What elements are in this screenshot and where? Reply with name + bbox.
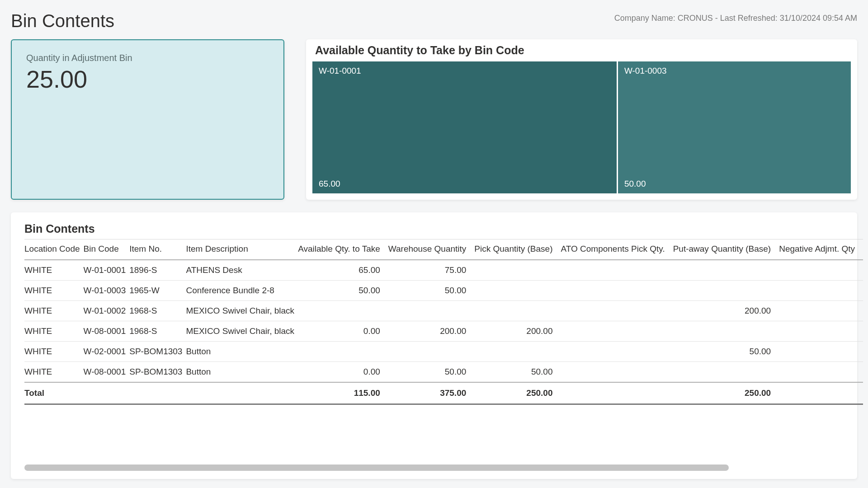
cell-bin: W-08-0001 [84, 321, 130, 342]
cell-item: 1968-S [129, 301, 186, 321]
cell-desc: Button [186, 362, 298, 383]
cell-pick: 50.00 [474, 362, 561, 383]
cell-item: 1965-W [129, 281, 186, 301]
cell-avail: 65.00 [298, 260, 388, 281]
cell-bin: W-01-0003 [84, 281, 130, 301]
table-row[interactable]: WHITEW-01-00021968-SMEXICO Swivel Chair,… [24, 301, 863, 321]
kpi-label: Quantity in Adjustment Bin [26, 53, 269, 63]
treemap-title: Available Quantity to Take by Bin Code [312, 44, 851, 57]
cell-pick [474, 342, 561, 362]
table-row[interactable]: WHITEW-02-0001SP-BOM1303Button50.00 [24, 342, 863, 362]
cell-ato [561, 321, 673, 342]
cell-loc: WHITE [24, 321, 84, 342]
horizontal-scrollbar[interactable] [24, 465, 844, 471]
cell-pick [474, 281, 561, 301]
col-header-pick[interactable]: Pick Quantity (Base) [474, 239, 561, 260]
cell-neg [779, 301, 863, 321]
cell-avail: 0.00 [298, 321, 388, 342]
cell-put [673, 281, 779, 301]
total-pick: 250.00 [474, 382, 561, 404]
table-row[interactable]: WHITEW-08-00011968-SMEXICO Swivel Chair,… [24, 321, 863, 342]
col-header-bin[interactable]: Bin Code [84, 239, 130, 260]
cell-avail [298, 342, 388, 362]
col-header-item-desc[interactable]: Item Description [186, 239, 298, 260]
col-header-avail[interactable]: Available Qty. to Take [298, 239, 388, 260]
cell-bin: W-08-0001 [84, 362, 130, 383]
cell-wh [388, 342, 475, 362]
total-ato [561, 382, 673, 404]
treemap-chart[interactable]: W-01-0001 65.00 W-01-0003 50.00 [312, 61, 851, 193]
cell-desc: MEXICO Swivel Chair, black [186, 321, 298, 342]
bin-contents-table: Location Code Bin Code Item No. Item Des… [24, 239, 863, 405]
cell-wh: 200.00 [388, 321, 475, 342]
col-header-item-no[interactable]: Item No. [129, 239, 186, 260]
kpi-adjustment-bin-card[interactable]: Quantity in Adjustment Bin 25.00 [11, 39, 284, 200]
cell-item: 1896-S [129, 260, 186, 281]
cell-avail [298, 301, 388, 321]
total-avail: 115.00 [298, 382, 388, 404]
cell-loc: WHITE [24, 342, 84, 362]
cell-put [673, 260, 779, 281]
cell-desc: Conference Bundle 2-8 [186, 281, 298, 301]
col-header-ato[interactable]: ATO Components Pick Qty. [561, 239, 673, 260]
table-row[interactable]: WHITEW-01-00031965-WConference Bundle 2-… [24, 281, 863, 301]
treemap-tile[interactable]: W-01-0001 65.00 [312, 61, 617, 193]
cell-item: SP-BOM1303 [129, 362, 186, 383]
cell-desc: ATHENS Desk [186, 260, 298, 281]
cell-ato [561, 342, 673, 362]
col-header-neg[interactable]: Negative Adjmt. Qty [779, 239, 863, 260]
bin-contents-table-card: Bin Contents Location Code Bin Code Item… [11, 212, 857, 479]
table-total-row: Total 115.00 375.00 250.00 250.00 [24, 382, 863, 404]
cell-put: 50.00 [673, 342, 779, 362]
cell-ato [561, 362, 673, 383]
cell-wh: 50.00 [388, 281, 475, 301]
page-title: Bin Contents [11, 11, 114, 31]
cell-put [673, 321, 779, 342]
cell-bin: W-01-0001 [84, 260, 130, 281]
treemap-tile-value: 65.00 [319, 179, 610, 189]
company-refresh-stamp: Company Name: CRONUS - Last Refreshed: 3… [614, 11, 857, 23]
cell-bin: W-02-0001 [84, 342, 130, 362]
cell-pick: 200.00 [474, 321, 561, 342]
cell-ato [561, 260, 673, 281]
cell-neg [779, 362, 863, 383]
cell-wh [388, 301, 475, 321]
col-header-whqty[interactable]: Warehouse Quantity [388, 239, 475, 260]
col-header-location[interactable]: Location Code [24, 239, 84, 260]
cell-neg [779, 281, 863, 301]
cell-neg [779, 260, 863, 281]
cell-ato [561, 301, 673, 321]
cell-loc: WHITE [24, 301, 84, 321]
treemap-tile-label: W-01-0001 [319, 66, 610, 76]
treemap-tile[interactable]: W-01-0003 50.00 [618, 61, 851, 193]
treemap-tile-label: W-01-0003 [624, 66, 844, 76]
cell-desc: Button [186, 342, 298, 362]
cell-bin: W-01-0002 [84, 301, 130, 321]
kpi-value: 25.00 [26, 65, 269, 93]
col-header-put[interactable]: Put-away Quantity (Base) [673, 239, 779, 260]
cell-neg [779, 342, 863, 362]
cell-put: 200.00 [673, 301, 779, 321]
scrollbar-thumb[interactable] [24, 465, 729, 471]
cell-item: SP-BOM1303 [129, 342, 186, 362]
cell-pick [474, 260, 561, 281]
cell-item: 1968-S [129, 321, 186, 342]
table-header-row: Location Code Bin Code Item No. Item Des… [24, 239, 863, 260]
total-label: Total [24, 382, 84, 404]
cell-wh: 50.00 [388, 362, 475, 383]
cell-put [673, 362, 779, 383]
cell-neg [779, 321, 863, 342]
table-row[interactable]: WHITEW-01-00011896-SATHENS Desk65.0075.0… [24, 260, 863, 281]
cell-avail: 50.00 [298, 281, 388, 301]
cell-loc: WHITE [24, 260, 84, 281]
cell-wh: 75.00 [388, 260, 475, 281]
table-row[interactable]: WHITEW-08-0001SP-BOM1303Button0.0050.005… [24, 362, 863, 383]
treemap-card: Available Quantity to Take by Bin Code W… [306, 39, 857, 200]
cell-ato [561, 281, 673, 301]
total-put: 250.00 [673, 382, 779, 404]
total-wh: 375.00 [388, 382, 475, 404]
cell-loc: WHITE [24, 362, 84, 383]
total-neg [779, 382, 863, 404]
table-title: Bin Contents [24, 222, 844, 235]
cell-avail: 0.00 [298, 362, 388, 383]
